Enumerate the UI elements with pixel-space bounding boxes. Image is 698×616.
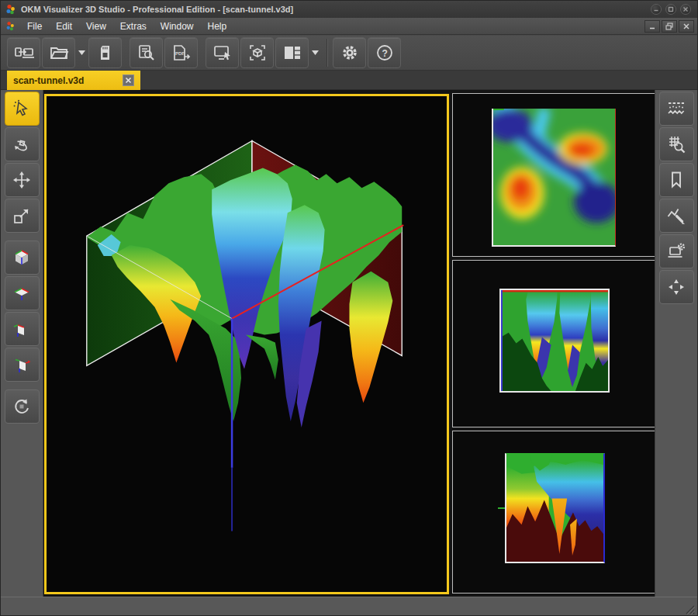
svg-text:?: ? — [382, 48, 387, 59]
maximize-button[interactable] — [665, 4, 676, 15]
axis-tick-green — [498, 507, 505, 509]
chevron-down-icon — [78, 50, 85, 55]
menu-bar: File Edit View Extras Window Help — [1, 18, 697, 35]
status-bar — [1, 597, 697, 616]
right-tool-rail — [655, 90, 697, 597]
mdi-restore-button[interactable] — [662, 20, 677, 33]
mdi-close-icon — [682, 22, 690, 30]
pan-arrows-icon — [12, 170, 32, 190]
layout-dropdown[interactable] — [310, 37, 320, 68]
memory-card-button[interactable] — [88, 37, 122, 68]
pdf-export-icon: PDF — [171, 43, 192, 62]
view-side-y-button[interactable] — [5, 348, 40, 382]
side-view-x-icon — [12, 319, 32, 339]
menu-window[interactable]: Window — [154, 19, 201, 33]
import-icon — [14, 43, 34, 62]
3d-surface-render — [47, 96, 447, 592]
ground-layers-icon — [666, 99, 686, 119]
side-view-y-icon — [12, 355, 32, 375]
cube-3d-icon — [12, 247, 32, 268]
left-tool-rail — [1, 90, 43, 597]
close-icon — [125, 77, 132, 84]
side-view-y-panel[interactable] — [452, 431, 656, 594]
app-logo-icon — [5, 4, 16, 15]
menu-file[interactable]: File — [20, 19, 49, 33]
tab-bar: scan-tunnel.v3d — [1, 71, 697, 90]
document-logo-icon — [5, 21, 16, 31]
mdi-close-button[interactable] — [679, 20, 694, 33]
resize-tool-button[interactable] — [5, 199, 40, 233]
print-preview-button[interactable] — [130, 37, 163, 68]
reset-rotation-icon — [12, 396, 32, 417]
side-view-x-panel[interactable] — [452, 260, 656, 427]
orbit-rotate-icon — [12, 134, 32, 154]
maximize-icon — [668, 6, 674, 12]
touch-screen-icon — [213, 43, 233, 62]
view-3d-button[interactable] — [240, 37, 274, 68]
export-pdf-button[interactable]: PDF — [164, 37, 198, 68]
cube-brackets-icon — [247, 43, 268, 62]
app-window: OKM Visualizer 3D Studio - Professional … — [0, 0, 698, 616]
chevron-down-icon — [312, 50, 319, 55]
grid-zoom-tool-button[interactable] — [659, 127, 694, 161]
sd-card-icon — [96, 43, 115, 62]
top-view-panel[interactable] — [452, 93, 656, 257]
resize-icon — [12, 206, 32, 226]
mdi-minimize-icon — [648, 22, 656, 30]
device-settings-tool-button[interactable] — [659, 234, 694, 268]
side-view-x-image[interactable] — [499, 289, 610, 393]
laptop-gear-icon — [666, 241, 686, 261]
side-view-y-image[interactable] — [505, 453, 605, 563]
mdi-restore-icon — [665, 22, 674, 30]
folder-open-icon — [49, 43, 69, 62]
side-view-y-render — [506, 454, 603, 562]
tab-label: scan-tunnel.v3d — [13, 75, 84, 86]
mdi-minimize-button[interactable] — [644, 20, 660, 33]
toolbar-separator — [327, 39, 328, 67]
bookmark-tool-button[interactable] — [659, 163, 694, 197]
navigate-cross-icon — [666, 277, 686, 297]
close-button[interactable] — [680, 4, 691, 15]
main-3d-view[interactable] — [44, 94, 449, 594]
navigate-tool-button[interactable] — [659, 270, 694, 304]
minimize-icon — [653, 6, 659, 12]
view-side-x-button[interactable] — [5, 312, 40, 346]
menu-extras[interactable]: Extras — [113, 19, 154, 33]
view-3d-cube-button[interactable] — [5, 241, 40, 275]
menu-help[interactable]: Help — [201, 19, 234, 33]
tab-scan-tunnel[interactable]: scan-tunnel.v3d — [7, 71, 140, 90]
gear-icon — [340, 43, 359, 62]
svg-text:PDF: PDF — [175, 51, 185, 56]
ground-scan-tool-button[interactable] — [659, 92, 694, 126]
minimize-button[interactable] — [651, 4, 662, 15]
window-title: OKM Visualizer 3D Studio - Professional … — [21, 5, 293, 14]
signal-pen-icon — [666, 206, 686, 226]
top-view-icon — [12, 283, 32, 303]
view-top-button[interactable] — [5, 276, 40, 310]
help-icon: ? — [375, 43, 394, 62]
close-icon — [682, 6, 689, 12]
layout-button[interactable] — [275, 37, 309, 68]
pan-tool-button[interactable] — [5, 163, 40, 197]
import-data-button[interactable] — [7, 37, 40, 68]
rotate-3d-tool-button[interactable] — [5, 127, 40, 161]
top-view-heatmap[interactable] — [492, 109, 616, 247]
side-view-x-render — [501, 290, 608, 391]
top-view-render — [493, 109, 615, 245]
grid-search-icon — [666, 134, 686, 154]
menu-edit[interactable]: Edit — [49, 19, 79, 33]
title-bar[interactable]: OKM Visualizer 3D Studio - Professional … — [1, 1, 697, 18]
resize-grip[interactable] — [684, 604, 695, 614]
tab-close-button[interactable] — [123, 74, 134, 86]
select-tool-button[interactable] — [5, 92, 40, 126]
menu-view[interactable]: View — [79, 19, 113, 33]
workspace — [1, 90, 697, 597]
signal-analysis-tool-button[interactable] — [659, 199, 694, 233]
reset-view-button[interactable] — [5, 389, 40, 424]
open-file-button[interactable] — [42, 37, 75, 68]
remote-screen-button[interactable] — [206, 37, 239, 68]
settings-button[interactable] — [333, 37, 366, 68]
open-file-dropdown[interactable] — [77, 37, 87, 68]
bookmark-icon — [666, 170, 686, 190]
help-button[interactable]: ? — [368, 37, 401, 68]
